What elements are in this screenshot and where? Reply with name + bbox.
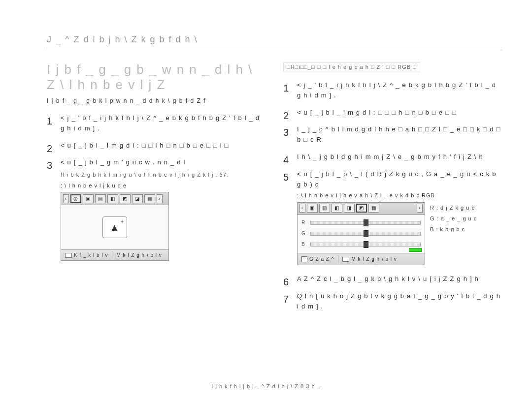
g-slider-thumb[interactable]	[364, 230, 368, 237]
legend-r: R : d j Z k g u c	[430, 202, 477, 213]
r-label: R	[301, 219, 307, 227]
toolbar-icon-6[interactable]: ◪	[132, 194, 143, 203]
page-footer: I j h k f h l j b j _ ^ Z d l b j \ Z 8 …	[0, 383, 532, 389]
green-indicator	[409, 248, 422, 252]
toolbar-icon-1[interactable]: ◎	[70, 194, 81, 203]
right-step-4: I h \ _ j g b l d g h i m m j Z \ e _ g …	[283, 152, 502, 162]
filter-panel: ‹ ◎ ▣ ▤ ◧ ◩ ◪ ▦ › ▲	[61, 192, 169, 261]
post-steps: A Z ^ Z c l _ b g l _ g k b \ g h k l v …	[283, 274, 502, 311]
back-icon	[301, 256, 307, 262]
left-step-2: < u [ _ j b l _ i m g d l : □ □ l h □ n …	[47, 141, 266, 151]
r-slider[interactable]	[310, 221, 421, 225]
toolbar-icon-7[interactable]: ▦	[144, 194, 155, 203]
badge-icon	[65, 253, 72, 258]
toolbar-icon-3[interactable]: ▤	[95, 194, 106, 203]
note-box: □H□i□□_□ □ □ l e h e g b a h □ Z l □ □ R…	[283, 62, 420, 71]
toolbar-icon-4[interactable]: ◧	[107, 194, 118, 203]
toolbar-icon-5[interactable]: ◩	[120, 194, 131, 203]
footer-move-label: K f _ k l b l v	[74, 251, 108, 259]
left-substep: H i b k Z g b h k l m i g u \ o l h n b …	[61, 171, 266, 180]
rgb-set-label: M k l Z g h \ b l v	[351, 255, 397, 263]
rgb-icon-4[interactable]: ◨	[344, 204, 355, 213]
left-step-1: < j _ ' b f _ i j h k f h l j \ Z ^ _ e …	[47, 113, 266, 134]
filter-footer: K f _ k l b l v M k l Z g h \ b l v	[61, 249, 168, 260]
toolbar-prev-icon[interactable]: ‹	[63, 194, 69, 203]
right-column: □H□i□□_□ □ □ l e h e g b a h □ Z l □ □ R…	[283, 62, 502, 318]
rgb-icon-3[interactable]: ◧	[332, 204, 342, 213]
left-column: I j b f _ g _ g b _ w n n _ d l h \ Z \ …	[47, 62, 266, 318]
rgb-legend: R : d j Z k g u c G : a _ e _ g u c B : …	[430, 202, 477, 265]
rgb-icon-5[interactable]: ◩	[356, 204, 367, 213]
g-slider[interactable]	[310, 232, 421, 236]
footer-set-label: M k l Z g h \ b l v	[116, 251, 162, 259]
rgb-panel: ‹ ▣ ▥ ◧ ◨ ◩ ▦ ›	[297, 202, 425, 265]
panel2-caption: : \ l h n b e v l j h e v a h \ Z l _ e …	[297, 191, 502, 200]
b-slider-thumb[interactable]	[364, 241, 368, 248]
left-steps: < j _ ' b f _ i j h k f h l j \ Z ^ _ e …	[47, 113, 266, 261]
post-step-7: Q l h [ u k h o j Z g b l v k g g b a f …	[283, 291, 502, 312]
left-step-3: < u [ _ j b l _ g m ' g u c w . n n _ d …	[47, 157, 266, 261]
r-slider-thumb[interactable]	[364, 219, 368, 226]
effect-thumb-icon[interactable]: ▲	[102, 216, 127, 238]
rgb-icon-1[interactable]: ▣	[307, 204, 318, 213]
page-subtitle: I j b f _ g _ g b k i p w n n _ d d h k …	[47, 97, 266, 104]
panel1-caption: : \ l h n b e v l j k u d e	[61, 182, 266, 190]
post-step-6: A Z ^ Z c l _ b g l _ g k b \ g h k l v …	[283, 274, 502, 284]
toolbar-next-icon[interactable]: ›	[157, 194, 163, 203]
right-steps: < j _ ' b f _ i j h k f h l j \ Z ^ _ e …	[283, 80, 502, 265]
rgb-prev-icon[interactable]: ‹	[299, 204, 305, 213]
filter-toolbar: ‹ ◎ ▣ ▤ ◧ ◩ ◪ ▦ ›	[61, 192, 168, 205]
toolbar-icon-2[interactable]: ▣	[83, 194, 94, 203]
set-icon	[342, 257, 349, 262]
rgb-back-label: G Z a Z ^	[309, 255, 334, 263]
right-step-5: < u [ _ j b l _ p \ _ l ( d R j Z k g u …	[283, 169, 502, 265]
filter-preview-area: ▲	[61, 205, 168, 249]
b-label: B	[301, 241, 307, 248]
right-step-3: I _ j _ c ^ b l i m d g d l h h e □ a h …	[283, 124, 502, 145]
b-slider[interactable]	[310, 243, 421, 247]
legend-b: B : k b g b c	[430, 224, 477, 235]
rgb-icon-2[interactable]: ▥	[319, 204, 330, 213]
rgb-footer: G Z a Z ^ M k l Z g h \ b l v	[298, 254, 425, 265]
g-label: G	[301, 230, 307, 238]
section-header: J _ ^ Z d l b j h \ Z k g b f d h \	[47, 34, 502, 48]
right-step-2: < u [ _ j b l _ i m g d l : □ □ □ h □ n …	[283, 108, 502, 118]
right-step-1: < j _ ' b f _ i j h k f h l j \ Z ^ _ e …	[283, 80, 502, 101]
legend-g: G : a _ e _ g u c	[430, 213, 477, 224]
rgb-sliders: R G B	[298, 215, 425, 254]
page-title: I j b f _ g _ g b _ w n n _ d l h \ Z \ …	[47, 62, 266, 93]
rgb-icon-6[interactable]: ▦	[368, 204, 379, 213]
rgb-next-icon[interactable]: ›	[417, 204, 423, 213]
rgb-toolbar: ‹ ▣ ▥ ◧ ◨ ◩ ▦ ›	[298, 203, 425, 215]
